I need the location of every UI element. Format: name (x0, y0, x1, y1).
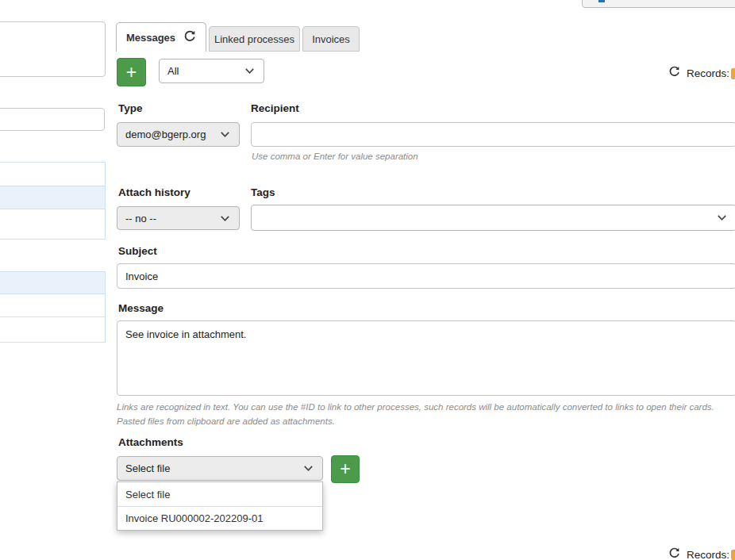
tab-messages-label: Messages (126, 32, 175, 44)
list-item[interactable] (0, 271, 106, 294)
left-panel-box (0, 21, 106, 77)
recipient-hint: Use comma or Enter for value separation (252, 150, 418, 164)
message-hint: Links are recognized in text. You can us… (117, 401, 735, 429)
message-textarea[interactable]: See invoice in attachment. (117, 320, 735, 396)
records-counter-top: Records: (668, 66, 729, 80)
plus-icon: + (126, 63, 137, 82)
records-count-badge (731, 68, 735, 79)
message-filter-value: All (167, 65, 179, 77)
refresh-icon[interactable] (183, 30, 196, 45)
tab-linked-processes-label: Linked processes (214, 33, 294, 45)
recipient-input[interactable] (251, 122, 735, 147)
subject-input[interactable] (117, 263, 735, 289)
message-label: Message (118, 302, 164, 314)
tags-label: Tags (251, 186, 275, 198)
tab-invoices-label: Invoices (312, 33, 350, 45)
blue-icon (598, 0, 605, 2)
list-item[interactable] (0, 293, 106, 317)
recipient-label: Recipient (251, 102, 299, 114)
chevron-down-icon (219, 213, 231, 224)
add-attachment-button[interactable]: + (331, 455, 360, 483)
list-item[interactable] (0, 209, 106, 240)
attach-history-label: Attach history (118, 186, 190, 198)
refresh-icon[interactable] (668, 66, 680, 80)
records-label: Records: (687, 549, 729, 560)
attachment-dropdown-list: Select file Invoice RU000002-202209-01 (117, 481, 323, 531)
message-compose-page: Messages Linked processes Invoices + All… (0, 0, 735, 560)
refresh-icon[interactable] (668, 547, 680, 560)
type-label: Type (118, 102, 143, 114)
records-counter-bottom: Records: (668, 547, 729, 560)
attachment-option[interactable]: Invoice RU000002-202209-01 (117, 506, 322, 530)
list-item[interactable] (0, 162, 106, 186)
type-select[interactable]: demo@bgerp.org (117, 122, 240, 147)
subject-label: Subject (118, 245, 157, 257)
attach-history-value: -- no -- (125, 213, 156, 224)
tab-invoices[interactable]: Invoices (302, 26, 360, 52)
add-message-button[interactable]: + (117, 58, 146, 86)
records-label: Records: (687, 67, 729, 79)
tags-select[interactable] (251, 205, 735, 231)
plus-icon: + (340, 460, 350, 478)
tab-linked-processes[interactable]: Linked processes (209, 26, 300, 52)
chevron-down-icon (716, 212, 728, 224)
chevron-down-icon (219, 128, 231, 140)
message-filter-select[interactable]: All (159, 59, 264, 83)
list-item[interactable] (0, 186, 106, 209)
chevron-down-icon (244, 65, 256, 77)
list-item[interactable] (0, 316, 106, 343)
attach-history-select[interactable]: -- no -- (117, 206, 240, 230)
attachment-option[interactable]: Select file (117, 482, 322, 506)
tab-messages[interactable]: Messages (116, 22, 206, 52)
attachment-file-select[interactable]: Select file (117, 456, 323, 481)
chevron-down-icon (302, 462, 314, 474)
left-input-fragment[interactable] (0, 108, 105, 131)
type-value: demo@bgerp.org (125, 128, 206, 140)
records-count-badge (731, 550, 735, 560)
attachment-file-value: Select file (125, 462, 170, 474)
attachments-label: Attachments (118, 436, 183, 448)
